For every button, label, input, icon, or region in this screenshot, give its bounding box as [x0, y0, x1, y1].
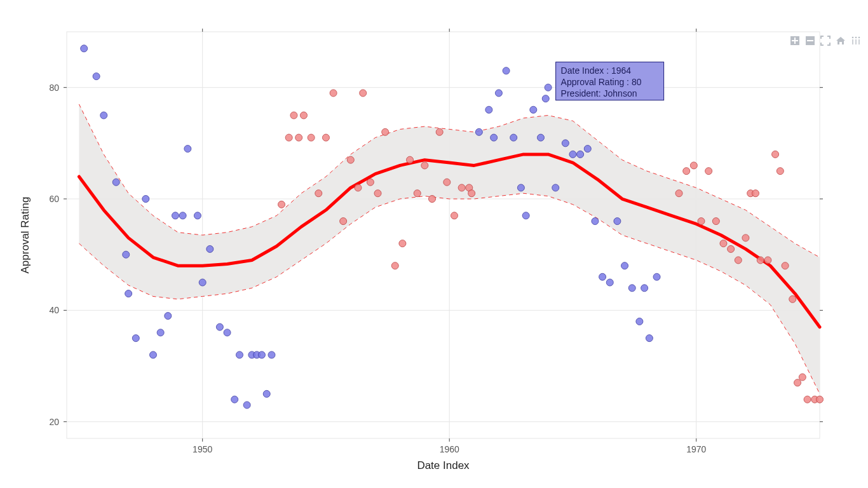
data-point[interactable]: [367, 179, 374, 186]
data-point[interactable]: [503, 67, 510, 74]
data-point[interactable]: [263, 390, 270, 397]
data-point[interactable]: [157, 329, 164, 336]
data-point[interactable]: [690, 162, 697, 169]
data-point[interactable]: [340, 218, 347, 225]
data-point[interactable]: [300, 112, 307, 119]
data-point[interactable]: [207, 245, 214, 252]
data-point[interactable]: [100, 112, 107, 119]
data-point[interactable]: [322, 134, 329, 141]
home-button[interactable]: [835, 35, 846, 46]
data-point[interactable]: [468, 190, 475, 197]
data-point[interactable]: [308, 134, 315, 141]
data-point[interactable]: [224, 329, 231, 336]
data-point[interactable]: [290, 112, 297, 119]
data-point[interactable]: [577, 151, 584, 158]
data-point[interactable]: [179, 212, 186, 219]
data-point[interactable]: [194, 212, 201, 219]
data-point[interactable]: [382, 128, 389, 135]
data-point[interactable]: [799, 374, 806, 381]
data-point[interactable]: [236, 351, 243, 358]
data-point[interactable]: [485, 106, 492, 113]
data-point[interactable]: [522, 212, 529, 219]
data-point[interactable]: [123, 251, 130, 258]
data-point[interactable]: [165, 313, 172, 320]
data-point[interactable]: [184, 146, 191, 152]
data-point[interactable]: [172, 212, 179, 219]
data-point[interactable]: [530, 106, 537, 113]
data-point[interactable]: [712, 218, 719, 225]
data-point[interactable]: [517, 184, 524, 191]
data-point[interactable]: [705, 168, 712, 175]
data-point[interactable]: [606, 279, 613, 286]
data-point[interactable]: [149, 351, 156, 358]
approval-chart[interactable]: 19501960197020406080Date IndexApproval R…: [0, 0, 868, 488]
data-point[interactable]: [231, 396, 238, 403]
data-point[interactable]: [125, 290, 132, 297]
data-point[interactable]: [491, 134, 498, 141]
data-point[interactable]: [285, 134, 292, 141]
data-point[interactable]: [720, 240, 727, 247]
data-point[interactable]: [510, 134, 517, 141]
data-point[interactable]: [414, 190, 421, 197]
data-point[interactable]: [675, 190, 682, 197]
data-point[interactable]: [542, 95, 549, 102]
data-point[interactable]: [621, 262, 628, 269]
data-point[interactable]: [81, 45, 88, 52]
data-point[interactable]: [789, 295, 796, 302]
data-point[interactable]: [391, 262, 398, 269]
data-point[interactable]: [772, 151, 779, 158]
data-point[interactable]: [653, 273, 660, 280]
data-point[interactable]: [614, 218, 621, 225]
data-point[interactable]: [295, 134, 302, 141]
data-point[interactable]: [199, 279, 206, 286]
data-point[interactable]: [475, 128, 482, 135]
data-point[interactable]: [495, 90, 502, 97]
data-point[interactable]: [429, 196, 436, 203]
data-point[interactable]: [258, 351, 265, 358]
data-point[interactable]: [278, 201, 285, 208]
data-point[interactable]: [444, 179, 451, 186]
data-point[interactable]: [545, 84, 552, 91]
data-point[interactable]: [552, 184, 559, 191]
zoom-in-button[interactable]: [789, 35, 801, 46]
data-point[interactable]: [804, 396, 811, 403]
data-point[interactable]: [458, 184, 465, 191]
data-point[interactable]: [776, 168, 783, 175]
expand-button[interactable]: [820, 35, 831, 46]
data-point[interactable]: [355, 184, 362, 191]
data-point[interactable]: [374, 190, 381, 197]
data-point[interactable]: [399, 240, 406, 247]
data-point[interactable]: [243, 402, 250, 409]
data-point[interactable]: [599, 273, 606, 280]
data-point[interactable]: [315, 190, 322, 197]
data-point[interactable]: [764, 257, 771, 264]
data-point[interactable]: [752, 190, 759, 197]
data-point[interactable]: [537, 134, 544, 141]
data-point[interactable]: [698, 218, 705, 225]
data-point[interactable]: [436, 128, 443, 135]
data-point[interactable]: [782, 262, 789, 269]
data-point[interactable]: [628, 285, 635, 292]
data-point[interactable]: [407, 156, 414, 163]
data-point[interactable]: [421, 162, 428, 169]
data-point[interactable]: [641, 285, 648, 292]
data-point[interactable]: [93, 73, 100, 80]
data-point[interactable]: [584, 146, 591, 152]
data-point[interactable]: [330, 90, 337, 97]
data-point[interactable]: [569, 151, 576, 158]
data-point[interactable]: [636, 318, 643, 325]
data-point[interactable]: [112, 179, 119, 186]
data-point[interactable]: [646, 335, 653, 342]
data-point[interactable]: [757, 257, 764, 264]
data-point[interactable]: [592, 218, 599, 225]
zoom-out-button[interactable]: [804, 35, 816, 46]
data-point[interactable]: [794, 379, 801, 386]
data-point[interactable]: [268, 351, 275, 358]
brush-button[interactable]: [850, 35, 862, 46]
data-point[interactable]: [735, 257, 742, 264]
data-point[interactable]: [817, 396, 824, 403]
data-point[interactable]: [451, 212, 458, 219]
data-point[interactable]: [562, 140, 569, 147]
data-point[interactable]: [742, 234, 749, 241]
data-point[interactable]: [132, 335, 139, 342]
